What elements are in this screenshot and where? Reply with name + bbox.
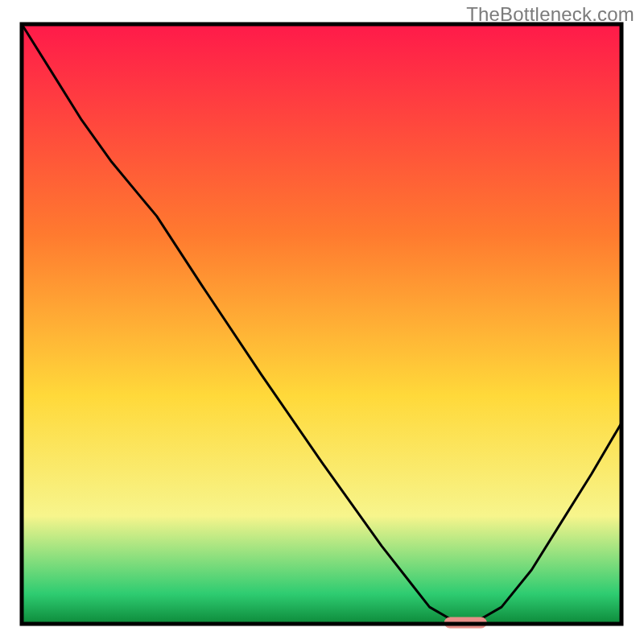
watermark-text: TheBottleneck.com (466, 3, 634, 26)
gradient-background (22, 24, 621, 624)
bottleneck-chart (0, 0, 644, 644)
